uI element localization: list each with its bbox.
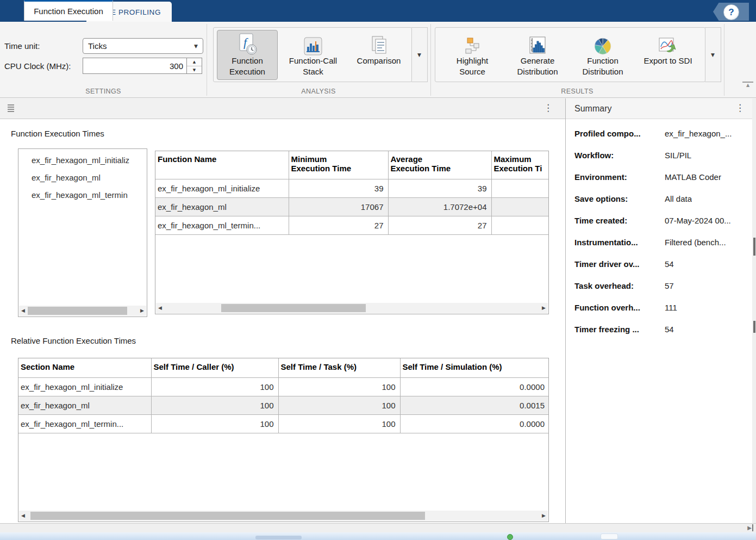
time-unit-dropdown[interactable]: Ticks ▼ <box>83 38 203 54</box>
table-cell: 0.0015 <box>400 396 549 414</box>
rail-thumb[interactable] <box>753 238 755 256</box>
table-row[interactable]: ex_fir_hexagon_ml_initialize1001000.0000 <box>18 377 549 396</box>
scrollbar-thumb[interactable] <box>221 304 366 312</box>
column-header[interactable]: Average Execution Time <box>388 151 491 179</box>
status-green-dot <box>507 534 513 540</box>
summary-options-kebab-icon[interactable]: ⋮ <box>735 102 745 113</box>
field-label: Profiled compo... <box>574 129 665 138</box>
column-header[interactable]: Self Time / Simulation (%) <box>400 358 549 377</box>
table-horizontal-scrollbar[interactable]: ◀ ▶ <box>156 303 548 313</box>
summary-field: Timer freezing ...54 <box>574 318 743 340</box>
summary-header: Summary ⋮ <box>566 98 752 119</box>
cpu-clock-input[interactable] <box>83 58 187 74</box>
document-tab-strip: ⋮ <box>0 98 565 119</box>
column-header[interactable]: Minimum Execution Time <box>289 151 388 179</box>
export-to-sdi-icon <box>658 30 678 55</box>
summary-field: Save options:All data <box>574 188 743 209</box>
table-cell: 39 <box>388 179 491 197</box>
spinner-up-icon[interactable]: ▲ <box>187 58 202 66</box>
results-gallery-arrow[interactable]: ▼ <box>705 27 721 82</box>
panel-grip-icon[interactable] <box>8 104 14 113</box>
table-row[interactable]: ex_fir_hexagon_ml_termin...1001000.0000 <box>18 414 549 433</box>
table-row[interactable]: ex_fir_hexagon_ml170671.7072e+04 <box>155 197 549 216</box>
collapse-ribbon-button[interactable]: ▲ <box>742 82 753 88</box>
background-window-shape <box>601 533 618 539</box>
analysis-group: f Function Execution <box>213 27 412 82</box>
table-cell: 100 <box>151 377 278 396</box>
column-header[interactable]: Self Time / Task (%) <box>278 358 400 377</box>
function-call-stack-button[interactable]: Function-Call Stack <box>281 30 345 80</box>
table-horizontal-scrollbar[interactable]: ◀ ▶ <box>19 511 548 521</box>
function-distribution-button[interactable]: Function Distribution <box>572 30 633 80</box>
skip-end-icon[interactable]: ▶ <box>747 524 753 531</box>
field-label: Function overh... <box>574 303 665 312</box>
spinner-down-icon[interactable]: ▼ <box>187 66 202 74</box>
comparison-icon <box>370 30 388 55</box>
comparison-button[interactable]: Comparison <box>348 30 409 80</box>
table-row[interactable]: ex_fir_hexagon_ml1001000.0015 <box>18 396 549 414</box>
function-execution-button[interactable]: f Function Execution <box>217 30 278 80</box>
analysis-gallery-arrow[interactable]: ▼ <box>411 27 428 82</box>
list-horizontal-scrollbar[interactable]: ◀ ▶ <box>19 306 146 316</box>
table-row[interactable]: ex_fir_hexagon_ml_termin...2727 <box>155 216 549 234</box>
scroll-right-icon[interactable]: ▶ <box>140 308 144 314</box>
scroll-right-icon[interactable]: ▶ <box>542 513 546 519</box>
column-header[interactable]: Maximum Execution Ti <box>491 151 549 179</box>
summary-field: Task overhead:57 <box>574 275 743 296</box>
rail-thumb[interactable] <box>753 321 755 333</box>
chevron-down-icon: ▼ <box>194 44 198 49</box>
section-separator <box>430 24 431 96</box>
field-label: Timer driver ov... <box>574 259 665 269</box>
export-to-sdi-button[interactable]: Export to SDI <box>638 30 698 80</box>
list-item[interactable]: ex_fir_hexagon_ml <box>18 169 147 187</box>
table-cell: 27 <box>388 216 491 234</box>
results-section-label: RESULTS <box>430 88 724 95</box>
scroll-right-icon[interactable]: ▶ <box>542 305 546 311</box>
scroll-left-icon[interactable]: ◀ <box>158 305 162 311</box>
button-label: Comparison <box>357 55 401 66</box>
scrollbar-thumb[interactable] <box>30 512 425 520</box>
list-item[interactable]: ex_fir_hexagon_ml_termin <box>18 187 147 204</box>
time-unit-label: Time unit: <box>4 41 40 51</box>
table-cell: 39 <box>289 179 388 197</box>
time-unit-value: Ticks <box>88 41 107 51</box>
highlight-source-icon <box>463 30 482 55</box>
table-row[interactable]: ex_fir_hexagon_ml_initialize3939 <box>155 179 549 197</box>
field-label: Environment: <box>574 172 665 182</box>
summary-field: Time created:07-May-2024 00... <box>574 209 743 231</box>
toolstrip-tab-bar: GENERAL TIME PROFILING ? <box>0 0 756 22</box>
table-cell: ex_fir_hexagon_ml_initialize <box>18 377 151 396</box>
column-header[interactable]: Function Name <box>155 151 289 179</box>
column-header[interactable]: Section Name <box>18 358 151 377</box>
scrollbar-thumb[interactable] <box>28 307 127 315</box>
field-value: MATLAB Coder <box>665 172 721 182</box>
table-cell <box>491 179 549 197</box>
table-cell: 0.0000 <box>400 414 549 433</box>
generate-distribution-icon <box>528 30 547 55</box>
scroll-left-icon[interactable]: ◀ <box>21 513 25 519</box>
highlight-source-button[interactable]: Highlight Source <box>442 30 503 80</box>
button-label: Highlight Source <box>442 55 502 78</box>
relative-times-heading: Relative Function Execution Times <box>11 336 136 345</box>
field-label: Workflow: <box>574 151 665 160</box>
scroll-left-icon[interactable]: ◀ <box>21 308 25 314</box>
button-label: Generate Distribution <box>508 55 567 78</box>
right-scroll-rail[interactable] <box>752 98 756 523</box>
help-button[interactable]: ? <box>713 3 749 21</box>
list-item[interactable]: ex_fir_hexagon_ml_initializ <box>18 152 147 169</box>
field-value: 111 <box>665 303 677 312</box>
column-header[interactable]: Self Time / Caller (%) <box>151 358 278 377</box>
function-list[interactable]: ex_fir_hexagon_ml_initializex_fir_hexago… <box>18 148 147 317</box>
button-label: Function Distribution <box>573 55 633 78</box>
execution-times-table[interactable]: Function NameMinimum Execution TimeAvera… <box>155 151 549 314</box>
cpu-clock-stepper[interactable]: ▲ ▼ <box>186 58 202 74</box>
tab-function-execution[interactable]: Function Execution <box>24 0 113 21</box>
generate-distribution-button[interactable]: Generate Distribution <box>507 30 568 80</box>
document-options-kebab-icon[interactable]: ⋮ <box>543 102 553 113</box>
relative-times-table[interactable]: Section NameSelf Time / Caller (%)Self T… <box>18 358 549 522</box>
function-execution-panel: Function Execution Times ex_fir_hexagon_… <box>0 119 565 523</box>
field-value: 57 <box>665 281 674 290</box>
table-cell: 27 <box>289 216 388 234</box>
table-cell: ex_fir_hexagon_ml_termin... <box>18 414 151 433</box>
bottom-window-edge <box>0 532 756 540</box>
